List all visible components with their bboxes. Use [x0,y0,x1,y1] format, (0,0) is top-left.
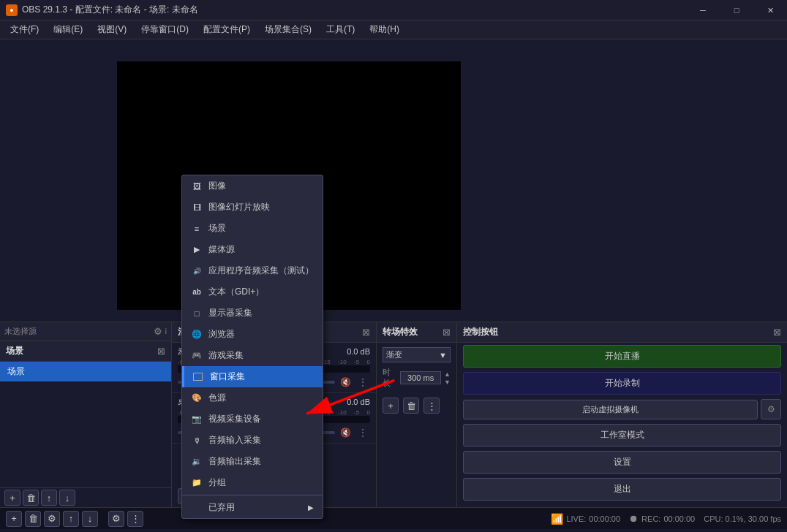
media-icon: ▶ [191,244,203,256]
video-device-icon: 📷 [191,414,203,425]
transitions-header: 转场特效 ⊠ [377,322,456,343]
ctx-audio-output[interactable]: 🔉 音频输出采集 [182,451,323,472]
context-menu: 🖼 图像 🎞 图像幻灯片放映 ≡ 场景 ▶ 媒体源 🔊 应用程序音频采集（测试）… [181,175,323,519]
start-vcam-button[interactable]: 启动虚拟摄像机 [463,400,758,419]
scene-item-default[interactable]: 场景 [0,362,171,381]
sources-extra-icon[interactable]: i [165,327,167,335]
desktop-settings-icon[interactable]: ⋮ [355,425,370,440]
sources-gear-icon[interactable]: ⚙ [154,326,162,337]
red-arrow [282,376,399,427]
scene-up-button[interactable]: ↑ [41,490,57,506]
scenes-collapse-icon[interactable]: ⊠ [157,346,165,357]
menu-help[interactable]: 帮助(H) [362,21,407,38]
transition-duration-input[interactable]: 300 ms [400,371,441,384]
status-bar: + 🗑 ⚙ ↑ ↓ ⚙ ⋮ 📶 LIVE: 00:00:00 ⏺ REC: 00… [0,507,787,529]
minimize-button[interactable]: ─ [686,0,720,20]
transitions-title: 转场特效 [383,326,418,338]
text-icon: ab [191,286,203,298]
source-extra-dots[interactable]: ⋮ [127,511,143,527]
image-icon: 🖼 [191,180,203,192]
window-icon [193,373,203,381]
menu-tools[interactable]: 工具(T) [319,21,362,38]
group-icon: 📁 [191,477,203,489]
chevron-down-icon: ▼ [439,351,447,360]
rec-icon: ⏺ [629,513,639,524]
ctx-browser[interactable]: 🌐 浏览器 [182,324,323,345]
rec-status-area: ⏺ REC: 00:00:00 [629,513,695,524]
source-extra-toolbar: ⚙ ⋮ [108,511,143,527]
maximize-button[interactable]: □ [720,0,753,20]
source-up-button[interactable]: ↑ [63,511,79,527]
deprecated-icon [191,502,203,514]
transition-settings-button[interactable]: ⋮ [423,398,440,414]
controls-title: 控制按钮 [463,326,498,338]
ctx-media[interactable]: ▶ 媒体源 [182,239,323,260]
game-icon: 🎮 [191,350,203,362]
scenes-panel-header: 场景 ⊠ [0,341,171,362]
start-rec-button[interactable]: 开始录制 [463,372,781,395]
scene-icon: ≡ [191,223,203,235]
transitions-collapse-icon[interactable]: ⊠ [443,327,451,338]
ctx-audio-input[interactable]: 🎙 音频输入采集 [182,430,323,451]
audio-input-icon: 🎙 [191,435,203,446]
vcam-gear-button[interactable]: ⚙ [761,399,781,419]
wifi-icon: 📶 [551,513,563,525]
remove-scene-button[interactable]: 🗑 [23,490,39,506]
svg-line-1 [306,380,394,414]
scene-down-button[interactable]: ↓ [59,490,75,506]
menubar: 文件(F) 编辑(E) 视图(V) 停靠窗口(D) 配置文件(P) 场景集合(S… [0,20,787,39]
close-button[interactable]: ✕ [753,0,787,20]
controls-collapse-icon[interactable]: ⊠ [773,327,781,338]
ctx-group[interactable]: 📁 分组 [182,472,323,493]
source-extra-gear[interactable]: ⚙ [108,511,124,527]
start-stream-button[interactable]: 开始直播 [463,345,781,368]
source-settings-button[interactable]: ⚙ [44,511,60,527]
mixer-collapse-icon[interactable]: ⊠ [362,327,370,338]
settings-button[interactable]: 设置 [463,451,781,474]
no-source-label: 未选择源 [4,326,154,337]
menu-edit[interactable]: 编辑(E) [46,21,90,38]
scenes-title: 场景 [6,345,23,357]
vcam-row: 启动虚拟摄像机 ⚙ [463,399,781,419]
ctx-game[interactable]: 🎮 游戏采集 [182,345,323,366]
cpu-info: CPU: 0.1%, 30.00 fps [704,514,781,523]
sources-toolbar-area: + 🗑 ⚙ ↑ ↓ [6,511,98,527]
menu-scene-collection[interactable]: 场景集合(S) [257,21,319,38]
menu-file[interactable]: 文件(F) [3,21,46,38]
ctx-text[interactable]: ab 文本（GDI+） [182,281,323,303]
remove-transition-button[interactable]: 🗑 [403,398,419,414]
duration-down-button[interactable]: ▼ [444,379,451,386]
audio-output-icon: 🔉 [191,456,203,468]
controls-panel: 控制按钮 ⊠ 开始直播 开始录制 启动虚拟摄像机 ⚙ 工作室模式 设置 退出 [457,322,787,507]
source-down-button[interactable]: ↓ [82,511,98,527]
ctx-display[interactable]: □ 显示器采集 [182,303,323,324]
wifi-icon-area: 📶 LIVE: 00:00:00 [551,513,620,525]
add-source-button[interactable]: + [6,511,22,527]
ctx-app-audio[interactable]: 🔊 应用程序音频采集（测试） [182,260,323,281]
add-scene-button[interactable]: + [4,490,20,506]
transition-type-select[interactable]: 渐变 ▼ [383,347,451,362]
ctx-deprecated[interactable]: 已弃用 ▶ [182,497,323,518]
menu-profile[interactable]: 配置文件(P) [196,21,257,38]
studio-mode-button[interactable]: 工作室模式 [463,424,781,446]
live-time: 00:00:00 [589,514,620,523]
menu-view[interactable]: 视图(V) [90,21,134,38]
menu-dock[interactable]: 停靠窗口(D) [134,21,196,38]
desktop-mute-icon[interactable]: 🔇 [338,425,353,440]
ctx-image[interactable]: 🖼 图像 [182,175,323,197]
ctx-separator [182,495,323,495]
live-label: LIVE: [566,514,586,523]
controls-header: 控制按钮 ⊠ [457,322,787,343]
remove-source-button[interactable]: 🗑 [25,511,41,527]
ctx-slideshow[interactable]: 🎞 图像幻灯片放映 [182,197,323,218]
app-icon: ● [6,4,18,16]
ctx-scene[interactable]: ≡ 场景 [182,218,323,239]
titlebar: ● OBS 29.1.3 - 配置文件: 未命名 - 场景: 未命名 ─ □ ✕ [0,0,787,20]
rec-label: REC: [641,514,660,523]
browser-icon: 🌐 [191,329,203,341]
window-title: OBS 29.1.3 - 配置文件: 未命名 - 场景: 未命名 [22,4,198,16]
window-controls: ─ □ ✕ [686,0,787,20]
mic-db: 0.0 dB [347,347,370,356]
exit-button[interactable]: 退出 [463,478,781,501]
duration-up-button[interactable]: ▲ [444,370,451,378]
